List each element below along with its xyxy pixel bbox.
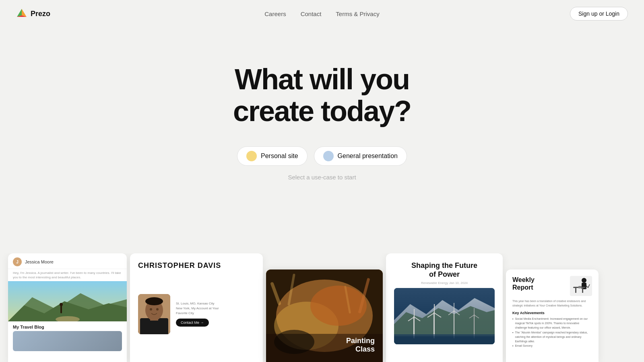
travel-description: Hey, I'm Jessica. A journalist and write…: [8, 269, 127, 281]
weekly-title-line2: Report: [512, 284, 535, 291]
hero-title: What will you create today?: [233, 64, 411, 127]
svg-point-14: [150, 308, 152, 311]
weekly-title-block: Weekly Report: [512, 276, 535, 291]
christopher-portrait-svg: [138, 294, 170, 334]
svg-point-25: [274, 330, 314, 354]
weekly-achievements-title: Key Achievements: [512, 311, 592, 315]
pill-general-presentation[interactable]: General presentation: [314, 146, 407, 166]
svg-rect-52: [578, 286, 582, 288]
logo-text: Prezo: [31, 10, 50, 18]
painting-background: Painting Class: [266, 269, 383, 362]
weekly-bullet-2: The "Abunin Memba" campaign reached lege…: [512, 330, 592, 344]
svg-point-47: [582, 278, 586, 283]
weekly-bullet-3: Email Sorcery: [512, 343, 592, 348]
painting-title-line1: Painting: [346, 337, 375, 346]
personal-site-dot: [246, 151, 257, 161]
personal-site-label: Personal site: [261, 152, 298, 160]
weekly-bullet-1: Social Media Enchantment: Increased enga…: [512, 317, 592, 330]
wind-turbines-svg: [394, 288, 495, 344]
svg-rect-50: [575, 288, 576, 293]
weekly-title-line1: Weekly: [512, 276, 535, 284]
svg-point-19: [310, 286, 367, 326]
card-christopher-davis: CHRISTOPHER DAVIS: [130, 253, 263, 362]
card-weekly-report: Weekly Report: [506, 269, 599, 362]
nav-contact[interactable]: Contact: [301, 10, 322, 17]
weekly-intro: This year has been a translation of crea…: [512, 299, 592, 308]
travel-landscape-svg: [8, 281, 127, 321]
nav-terms[interactable]: Terms & Privacy: [336, 10, 379, 17]
svg-point-15: [156, 308, 159, 311]
logo[interactable]: Prezo: [16, 8, 50, 19]
weekly-illus-svg: [571, 277, 591, 295]
general-presentation-label: General presentation: [338, 152, 398, 160]
travel-hero-image: [8, 281, 127, 321]
christopher-photo: [138, 294, 170, 334]
power-subtitle: Renewable Energy Jan 10, 2024: [394, 281, 495, 285]
christopher-location: St. Louis, MO, Kansas City New York, My …: [176, 301, 255, 316]
card-painting-class: Painting Class: [266, 269, 383, 362]
preview-strip: J Jessica Moore Hey, I'm Jessica. A jour…: [0, 253, 644, 362]
signup-button[interactable]: Sign up or Login: [570, 7, 628, 21]
weekly-header: Weekly Report: [512, 276, 592, 296]
power-title: Shaping the Future of Power: [394, 261, 495, 279]
card-power: Shaping the Future of Power Renewable En…: [386, 253, 503, 362]
hero-section: What will you create today? Personal sit…: [0, 27, 644, 205]
card-travel-header: J Jessica Moore: [8, 253, 127, 269]
select-hint: Select a use-case to start: [288, 174, 356, 181]
christopher-body: St. Louis, MO, Kansas City New York, My …: [138, 274, 255, 354]
use-case-pills: Personal site General presentation: [237, 146, 407, 166]
svg-rect-46: [394, 336, 495, 344]
svg-point-13: [145, 297, 163, 305]
travel-blog-title: My Travel Blog: [8, 321, 127, 331]
painting-label: Painting Class: [346, 337, 375, 354]
nav-careers[interactable]: Careers: [264, 10, 286, 17]
painting-title-line2: Class: [346, 345, 375, 354]
wind-turbine-image: [394, 288, 495, 344]
main-nav: Careers Contact Terms & Privacy: [264, 10, 379, 17]
travel-author: Jessica Moore: [25, 259, 54, 264]
travel-avatar: J: [13, 257, 22, 266]
weekly-illustration: [570, 276, 592, 296]
christopher-info: St. Louis, MO, Kansas City New York, My …: [176, 301, 255, 327]
christopher-title: CHRISTOPHER DAVIS: [138, 261, 255, 270]
svg-point-8: [60, 303, 63, 306]
svg-rect-51: [582, 288, 583, 293]
christopher-contact-btn[interactable]: Contact Me →: [176, 319, 209, 327]
general-presentation-dot: [323, 151, 334, 161]
pill-personal-site[interactable]: Personal site: [237, 146, 308, 166]
header: Prezo Careers Contact Terms & Privacy Si…: [0, 0, 644, 27]
travel-secondary-image: [13, 331, 122, 351]
svg-rect-7: [60, 305, 62, 313]
svg-rect-37: [454, 310, 454, 338]
logo-icon: [16, 8, 27, 19]
card-travel-blog: J Jessica Moore Hey, I'm Jessica. A jour…: [8, 253, 127, 362]
